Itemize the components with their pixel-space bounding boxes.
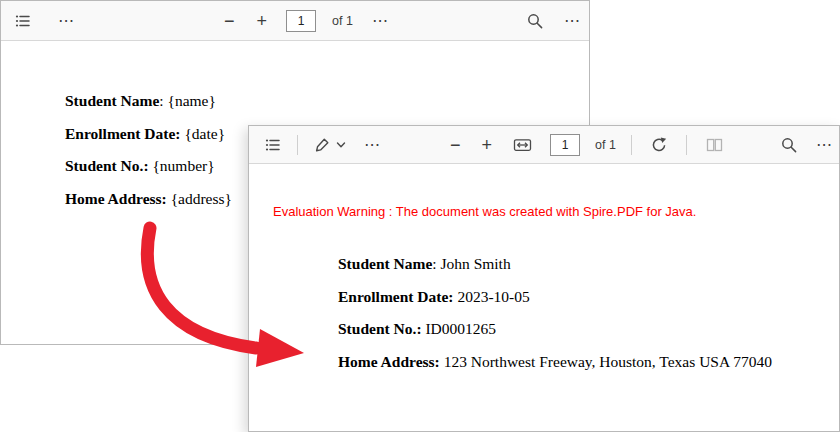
search-icon [780, 136, 798, 154]
plus-icon: + [257, 12, 268, 30]
field-enrollment-date: Enrollment Date: 2023-10-05 [338, 287, 772, 306]
toolbar-center-group: − + of 1 ⋯ [221, 1, 391, 40]
search-button[interactable] [777, 134, 801, 156]
pdf-window-result: ⋯ − + of 1 [248, 125, 840, 432]
toolbar-left-group: ⋯ [261, 126, 383, 163]
field-value: 123 Northwest Freeway, Houston, Texas US… [444, 353, 772, 370]
field-value: John Smith [440, 255, 510, 272]
field-value: {name} [167, 92, 215, 109]
chevron-down-icon [336, 140, 346, 150]
ellipsis-icon: ⋯ [816, 137, 832, 153]
ellipsis-icon: ⋯ [372, 13, 388, 29]
minus-icon: − [450, 136, 461, 154]
pdf-toolbar: ⋯ − + of 1 ⋯ [1, 1, 589, 41]
page-view-button[interactable] [702, 134, 727, 156]
page-view-icon [705, 136, 724, 154]
field-label: Student Name [65, 92, 159, 109]
ellipsis-icon: ⋯ [564, 13, 580, 29]
field-label: Enrollment Date: [338, 288, 454, 305]
search-icon [526, 12, 544, 30]
search-button[interactable] [523, 10, 547, 32]
ellipsis-icon: ⋯ [364, 137, 380, 153]
table-of-contents-icon [14, 12, 32, 30]
evaluation-warning-text: Evaluation Warning : The document was cr… [273, 204, 696, 219]
field-student-no: Student No.: ID0001265 [338, 319, 772, 338]
result-fields: Student Name: John Smith Enrollment Date… [338, 254, 772, 384]
page-number-input[interactable] [550, 134, 580, 156]
table-of-contents-icon [264, 136, 282, 154]
field-label: Home Address: [65, 190, 167, 207]
field-student-name: Student Name: John Smith [338, 254, 772, 273]
more-toolbar-button[interactable]: ⋯ [561, 11, 583, 31]
page-count-label: of 1 [332, 14, 353, 28]
more-toolbar-button[interactable]: ⋯ [813, 135, 835, 155]
toolbar-separator [297, 135, 298, 155]
field-student-name: Student Name: {name} [65, 91, 569, 110]
toolbar-right-group: ⋯ [777, 126, 835, 163]
ellipsis-icon: ⋯ [58, 13, 74, 29]
toolbar-right-group: ⋯ [523, 1, 583, 40]
field-label: Student Name [338, 255, 432, 272]
field-home-address: Home Address: 123 Northwest Freeway, Hou… [338, 352, 772, 371]
field-value: {number} [152, 157, 214, 174]
screenshot-stage: ⋯ − + of 1 ⋯ [0, 0, 840, 432]
fit-to-width-button[interactable] [510, 134, 535, 156]
pdf-toolbar: ⋯ − + of 1 [249, 126, 839, 164]
page-count-label: of 1 [595, 138, 616, 152]
more-options-button[interactable]: ⋯ [361, 135, 383, 155]
table-of-contents-button[interactable] [11, 10, 35, 32]
zoom-in-button[interactable]: + [479, 134, 496, 156]
toolbar-center-group: − + of 1 [447, 126, 727, 163]
field-value: ID0001265 [425, 320, 496, 337]
plus-icon: + [482, 136, 493, 154]
zoom-in-button[interactable]: + [254, 10, 271, 32]
field-label: Student No.: [65, 157, 149, 174]
minus-icon: − [224, 12, 235, 30]
zoom-out-button[interactable]: − [221, 10, 238, 32]
field-label: Student No.: [338, 320, 422, 337]
rotate-icon [650, 136, 668, 154]
zoom-options-button[interactable]: ⋯ [369, 11, 391, 31]
toolbar-separator [686, 135, 687, 155]
pen-icon [313, 136, 331, 154]
field-label: Enrollment Date: [65, 125, 181, 142]
toolbar-left-group: ⋯ [11, 1, 77, 40]
table-of-contents-button[interactable] [261, 134, 285, 156]
page-number-input[interactable] [286, 10, 316, 32]
field-label: Home Address: [338, 353, 440, 370]
toolbar-separator [631, 135, 632, 155]
field-value: {date} [184, 125, 225, 142]
field-value: 2023-10-05 [457, 288, 529, 305]
field-value: {address} [171, 190, 232, 207]
draw-button[interactable] [310, 134, 349, 156]
fit-width-icon [513, 136, 532, 154]
more-options-button[interactable]: ⋯ [55, 11, 77, 31]
rotate-button[interactable] [647, 134, 671, 156]
zoom-out-button[interactable]: − [447, 134, 464, 156]
